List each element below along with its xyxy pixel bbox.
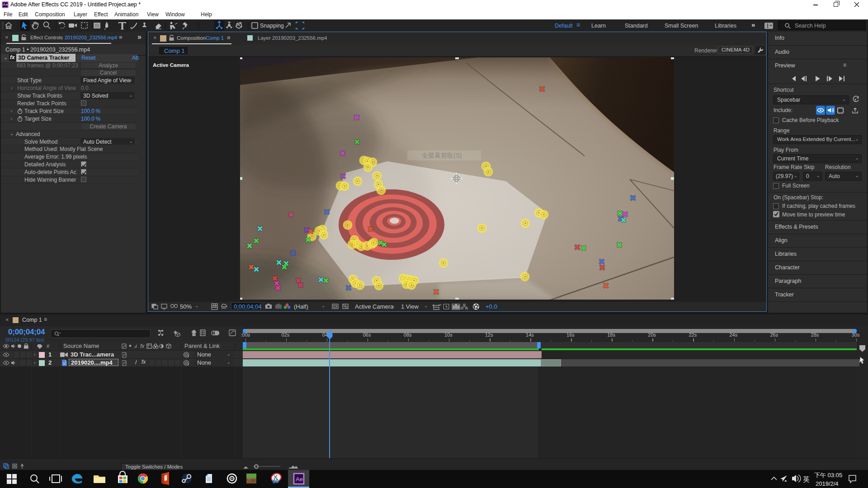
- svg-text:2019/2/4: 2019/2/4: [816, 480, 839, 487]
- svg-text:下午 03:05: 下午 03:05: [814, 472, 842, 479]
- svg-text:Parent & Link: Parent & Link: [184, 343, 220, 349]
- svg-text:fx: fx: [140, 343, 145, 349]
- svg-text:英: 英: [803, 475, 810, 483]
- svg-text:Source Name: Source Name: [63, 343, 99, 349]
- svg-text:#: #: [47, 343, 50, 349]
- svg-text:Snapping: Snapping: [260, 23, 284, 29]
- svg-text:Ae: Ae: [296, 476, 303, 483]
